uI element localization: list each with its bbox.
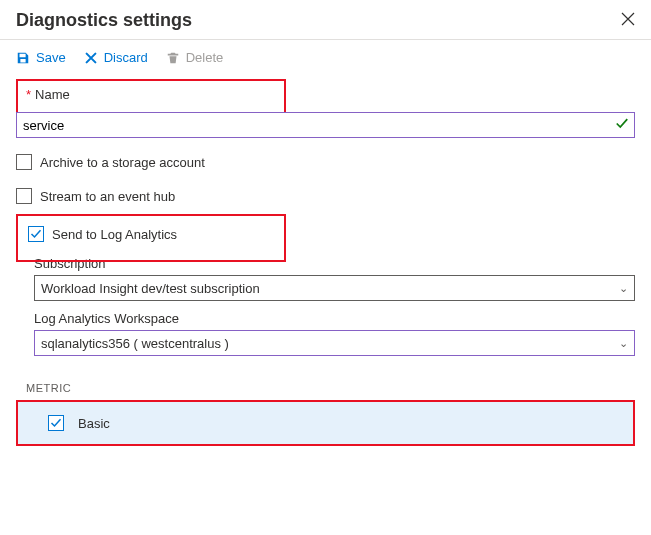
- log-analytics-option[interactable]: Send to Log Analytics: [28, 226, 274, 242]
- archive-option[interactable]: Archive to a storage account: [16, 154, 635, 170]
- name-input[interactable]: [16, 112, 635, 138]
- workspace-label: Log Analytics Workspace: [34, 311, 635, 326]
- close-icon: [621, 12, 635, 26]
- validation-check-icon: [615, 117, 629, 134]
- trash-icon: [166, 51, 180, 65]
- toolbar: Save Discard Delete: [0, 40, 651, 75]
- stream-checkbox[interactable]: [16, 188, 32, 204]
- discard-button[interactable]: Discard: [84, 50, 148, 65]
- stream-label: Stream to an event hub: [40, 189, 175, 204]
- log-analytics-highlight: Send to Log Analytics: [16, 214, 286, 262]
- discard-label: Discard: [104, 50, 148, 65]
- workspace-select[interactable]: sqlanalytics356 ( westcentralus ) ⌄: [34, 330, 635, 356]
- discard-icon: [84, 51, 98, 65]
- save-label: Save: [36, 50, 66, 65]
- page-title: Diagnostics settings: [16, 10, 192, 31]
- stream-option[interactable]: Stream to an event hub: [16, 188, 635, 204]
- delete-label: Delete: [186, 50, 224, 65]
- metric-highlight: Basic: [16, 400, 635, 446]
- metric-basic-checkbox[interactable]: [48, 415, 64, 431]
- metric-basic-row[interactable]: Basic: [18, 402, 633, 444]
- metric-section-label: METRIC: [26, 382, 635, 394]
- metric-basic-label: Basic: [78, 416, 110, 431]
- chevron-down-icon: ⌄: [619, 337, 628, 350]
- close-button[interactable]: [621, 12, 635, 30]
- save-button[interactable]: Save: [16, 50, 66, 65]
- workspace-value: sqlanalytics356 ( westcentralus ): [41, 336, 229, 351]
- subscription-value: Workload Insight dev/test subscription: [41, 281, 260, 296]
- save-icon: [16, 51, 30, 65]
- archive-checkbox[interactable]: [16, 154, 32, 170]
- log-analytics-label: Send to Log Analytics: [52, 227, 177, 242]
- archive-label: Archive to a storage account: [40, 155, 205, 170]
- delete-button: Delete: [166, 50, 224, 65]
- log-analytics-checkbox[interactable]: [28, 226, 44, 242]
- subscription-select[interactable]: Workload Insight dev/test subscription ⌄: [34, 275, 635, 301]
- chevron-down-icon: ⌄: [619, 282, 628, 295]
